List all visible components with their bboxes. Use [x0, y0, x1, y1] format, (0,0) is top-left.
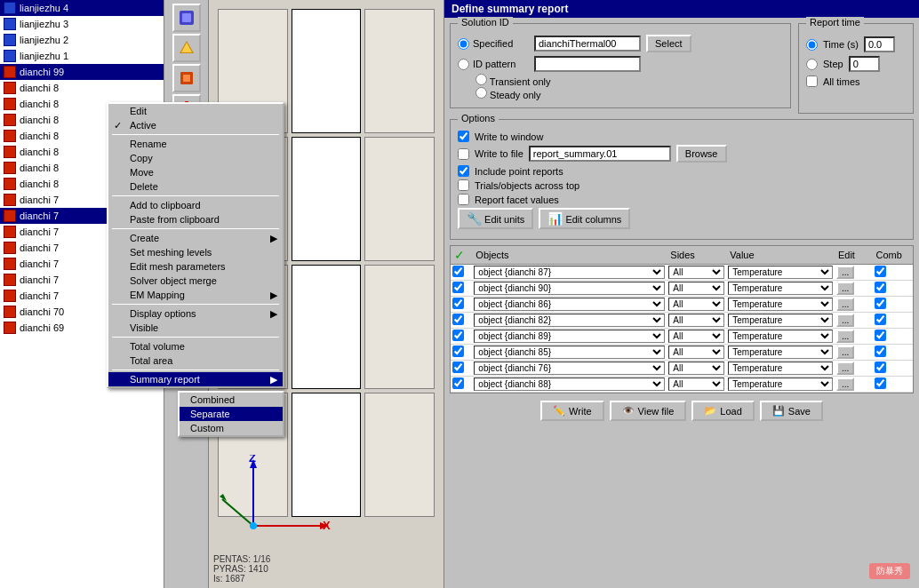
row-comb-checkbox[interactable]	[875, 346, 886, 357]
row-edit-button[interactable]: ...	[836, 298, 854, 311]
value-select[interactable]: Temperature	[728, 266, 833, 279]
row-checkbox[interactable]	[452, 330, 464, 341]
specified-radio[interactable]	[458, 38, 469, 50]
object-select[interactable]: object {dianchi 87}	[474, 266, 665, 279]
row-comb-checkbox[interactable]	[875, 362, 886, 373]
row-edit-button[interactable]: ...	[836, 282, 854, 295]
submenu-item-custom[interactable]: Custom	[180, 421, 283, 435]
list-item[interactable]: dianchi 99	[0, 64, 164, 80]
menu-item-add-to-clipboard[interactable]: Add to clipboard	[108, 198, 283, 212]
row-comb-checkbox[interactable]	[875, 266, 886, 277]
menu-item-edit[interactable]: Edit	[108, 104, 283, 118]
specified-input[interactable]	[534, 36, 641, 52]
steady-radio[interactable]	[475, 87, 487, 99]
list-item[interactable]: lianjiezhu 1	[0, 48, 164, 64]
transient-radio[interactable]	[475, 74, 487, 85]
object-select[interactable]: object {dianchi 88}	[474, 377, 665, 391]
toolbar-btn-3[interactable]	[172, 64, 201, 92]
id-pattern-radio[interactable]	[458, 59, 469, 70]
write-button[interactable]: ✏️ Write	[540, 401, 603, 421]
toolbar-btn-1[interactable]	[172, 4, 201, 32]
menu-item-paste-from-clipboard[interactable]: Paste from clipboard	[108, 212, 283, 226]
edit-columns-button[interactable]: 📊 Edit columns	[539, 208, 630, 229]
toolbar-btn-2[interactable]	[172, 34, 201, 62]
row-comb-checkbox[interactable]	[875, 282, 886, 293]
write-to-window-checkbox[interactable]	[458, 131, 469, 142]
specified-radio-label[interactable]: Specified	[458, 38, 529, 50]
menu-item-summary-report[interactable]: Summary report▶	[108, 372, 283, 386]
list-item[interactable]: lianjiezhu 2	[0, 32, 164, 48]
row-edit-button[interactable]: ...	[836, 362, 854, 375]
write-to-file-checkbox[interactable]	[458, 148, 469, 160]
menu-item-em-mapping[interactable]: EM Mapping▶	[108, 288, 283, 302]
menu-item-rename[interactable]: Rename	[108, 137, 283, 151]
menu-item-total-area[interactable]: Total area	[108, 354, 283, 368]
row-comb-checkbox[interactable]	[875, 377, 886, 389]
row-checkbox[interactable]	[452, 282, 464, 293]
value-select[interactable]: Temperature	[728, 314, 833, 327]
submenu-item-separate[interactable]: Separate	[180, 407, 283, 421]
row-comb-checkbox[interactable]	[875, 314, 886, 325]
value-select[interactable]: Temperature	[728, 377, 833, 391]
menu-item-delete[interactable]: Delete	[108, 179, 283, 194]
row-checkbox[interactable]	[452, 377, 464, 389]
object-select[interactable]: object {dianchi 85}	[474, 346, 665, 359]
trials-across-top-checkbox[interactable]	[458, 179, 469, 191]
list-item[interactable]: lianjiezhu 3	[0, 16, 164, 32]
edit-units-button[interactable]: 🔧 Edit units	[458, 208, 533, 229]
menu-item-edit-mesh-parameters[interactable]: Edit mesh parameters	[108, 259, 283, 274]
sides-select[interactable]: All	[668, 330, 724, 343]
object-select[interactable]: object {dianchi 82}	[474, 314, 665, 327]
sides-select[interactable]: All	[668, 362, 724, 375]
row-edit-button[interactable]: ...	[836, 314, 854, 327]
menu-item-create[interactable]: Create▶	[108, 231, 283, 245]
menu-item-set-meshing-levels[interactable]: Set meshing levels	[108, 245, 283, 259]
row-checkbox[interactable]	[452, 266, 464, 277]
row-checkbox[interactable]	[452, 314, 464, 325]
object-select[interactable]: object {dianchi 90}	[474, 282, 665, 295]
menu-item-copy[interactable]: Copy	[108, 151, 283, 165]
row-checkbox[interactable]	[452, 346, 464, 357]
all-times-checkbox[interactable]	[806, 75, 818, 87]
row-checkbox[interactable]	[452, 298, 464, 309]
menu-item-solver-object-merge[interactable]: Solver object merge	[108, 274, 283, 288]
time-radio[interactable]	[806, 39, 818, 51]
menu-item-total-volume[interactable]: Total volume	[108, 339, 283, 354]
value-select[interactable]: Temperature	[728, 330, 833, 343]
sides-select[interactable]: All	[668, 314, 724, 327]
menu-item-move[interactable]: Move	[108, 165, 283, 179]
select-button[interactable]: Select	[646, 35, 691, 52]
sides-select[interactable]: All	[668, 346, 724, 359]
step-input[interactable]	[849, 56, 880, 72]
list-item[interactable]: lianjiezhu 4	[0, 0, 164, 16]
value-select[interactable]: Temperature	[728, 282, 833, 295]
menu-item-active[interactable]: ✓Active	[108, 118, 283, 132]
row-edit-button[interactable]: ...	[836, 330, 854, 343]
row-checkbox[interactable]	[452, 362, 464, 373]
submenu-item-combined[interactable]: Combined	[180, 393, 283, 407]
file-input[interactable]	[529, 146, 671, 162]
row-edit-button[interactable]: ...	[836, 266, 854, 279]
row-comb-checkbox[interactable]	[875, 298, 886, 309]
object-select[interactable]: object {dianchi 76}	[474, 362, 665, 375]
sides-select[interactable]: All	[668, 298, 724, 311]
menu-item-visible[interactable]: Visible	[108, 321, 283, 335]
step-radio[interactable]	[806, 59, 818, 70]
browse-button[interactable]: Browse	[676, 145, 727, 163]
id-pattern-input[interactable]	[534, 56, 641, 72]
menu-item-display-options[interactable]: Display options▶	[108, 306, 283, 321]
value-select[interactable]: Temperature	[728, 298, 833, 311]
row-edit-button[interactable]: ...	[836, 377, 854, 391]
save-button[interactable]: 💾 Save	[760, 401, 823, 421]
object-select[interactable]: object {dianchi 89}	[474, 330, 665, 343]
report-facet-values-checkbox[interactable]	[458, 194, 469, 205]
sides-select[interactable]: All	[668, 266, 724, 279]
include-point-reports-checkbox[interactable]	[458, 165, 469, 177]
object-select[interactable]: object {dianchi 86}	[474, 298, 665, 311]
value-select[interactable]: Temperature	[728, 362, 833, 375]
row-comb-checkbox[interactable]	[875, 330, 886, 341]
id-pattern-radio-label[interactable]: ID pattern	[458, 59, 529, 70]
view-file-button[interactable]: 👁️ View file	[610, 401, 687, 421]
row-edit-button[interactable]: ...	[836, 346, 854, 359]
sides-select[interactable]: All	[668, 377, 724, 391]
